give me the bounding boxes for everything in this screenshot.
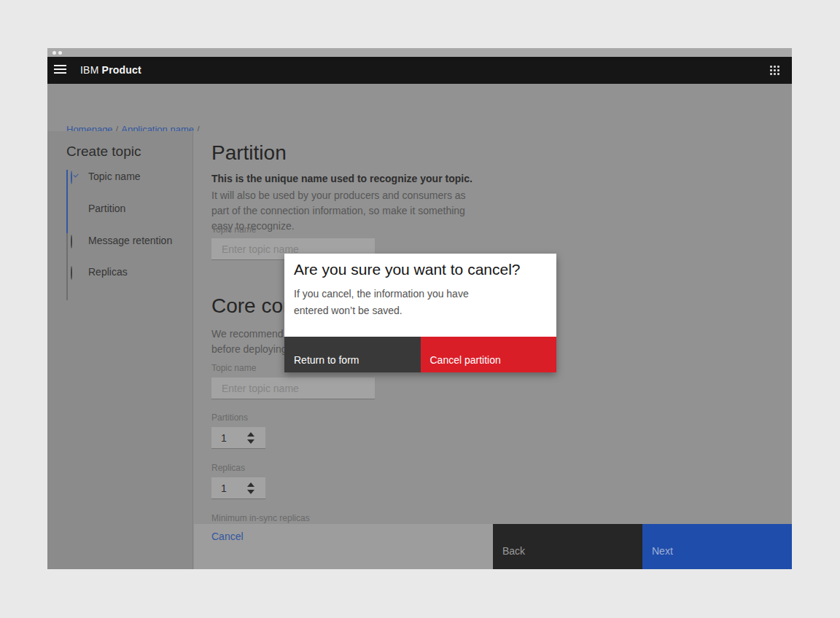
- partitions-label: Partitions: [211, 412, 248, 423]
- partitions-input[interactable]: [211, 427, 245, 448]
- increment-icon[interactable]: [247, 482, 254, 487]
- step-message-retention[interactable]: Message retention: [71, 233, 172, 248]
- brand-prefix: IBM: [80, 64, 99, 76]
- step-partition[interactable]: Partition: [71, 201, 125, 216]
- step-label: Topic name: [88, 171, 141, 182]
- stepper-arrows-icon[interactable]: [246, 482, 255, 495]
- stepper-arrows-icon[interactable]: [246, 431, 255, 445]
- window-titlebar: [47, 48, 792, 57]
- modal-button-row: Return to form Cancel partition: [284, 337, 556, 372]
- menu-hamburger-icon[interactable]: [54, 65, 76, 77]
- topic-name-input-2[interactable]: [211, 378, 375, 399]
- topic-name-label: Topic name: [211, 363, 256, 373]
- step-label: Message retention: [88, 235, 172, 246]
- replicas-stepper: [211, 477, 265, 499]
- partitions-stepper: [211, 427, 265, 449]
- brand-product: Product: [102, 64, 141, 76]
- next-button[interactable]: Next: [642, 524, 792, 569]
- app-header: IBM Product: [47, 57, 792, 84]
- cancel-partition-button[interactable]: Cancel partition: [421, 337, 557, 372]
- app-switcher-grid-icon[interactable]: [770, 66, 780, 76]
- cancel-confirmation-modal: Are you sure you want to cancel? If you …: [284, 254, 556, 372]
- progress-line-active: [66, 170, 68, 233]
- step-incomplete-icon: [71, 235, 81, 246]
- increment-icon[interactable]: [247, 432, 254, 437]
- window-dot-icon: [52, 51, 56, 55]
- decrement-icon[interactable]: [247, 490, 254, 494]
- step-label: Partition: [88, 203, 125, 214]
- modal-body-text: If you cancel, the information you have …: [294, 286, 483, 319]
- step-incomplete-icon: [71, 267, 81, 277]
- section-heading-partition: Partition: [211, 141, 287, 165]
- step-current-icon: [71, 203, 81, 214]
- window-dot-icon: [58, 51, 62, 55]
- wizard-title: Create topic: [66, 144, 141, 160]
- replicas-input[interactable]: [211, 477, 245, 498]
- step-complete-icon: [71, 171, 81, 181]
- decrement-icon[interactable]: [247, 439, 254, 444]
- brand-title: IBM Product: [80, 64, 141, 76]
- cancel-link[interactable]: Cancel: [211, 531, 244, 542]
- back-button[interactable]: Back: [493, 524, 642, 569]
- progress-line-inactive: [66, 233, 68, 300]
- modal-title: Are you sure you want to cancel?: [294, 261, 521, 278]
- progress-sidebar: Create topic Topic name Partition Messag…: [47, 131, 193, 569]
- section-lead-text: This is the unique name used to recogniz…: [211, 173, 474, 184]
- desktop-background: IBM Product Homepage/Application name/ P…: [0, 0, 840, 618]
- min-insync-replicas-label: Minimum in-sync replicas: [211, 513, 310, 523]
- step-replicas[interactable]: Replicas: [71, 265, 128, 279]
- topic-name-label: Topic name: [211, 224, 256, 235]
- replicas-label: Replicas: [211, 463, 245, 473]
- return-to-form-button[interactable]: Return to form: [284, 337, 421, 372]
- wizard-footer: Cancel Back Next: [194, 524, 792, 569]
- step-label: Replicas: [88, 266, 128, 278]
- app-window: IBM Product Homepage/Application name/ P…: [47, 48, 792, 569]
- step-topic-name[interactable]: Topic name: [71, 169, 141, 184]
